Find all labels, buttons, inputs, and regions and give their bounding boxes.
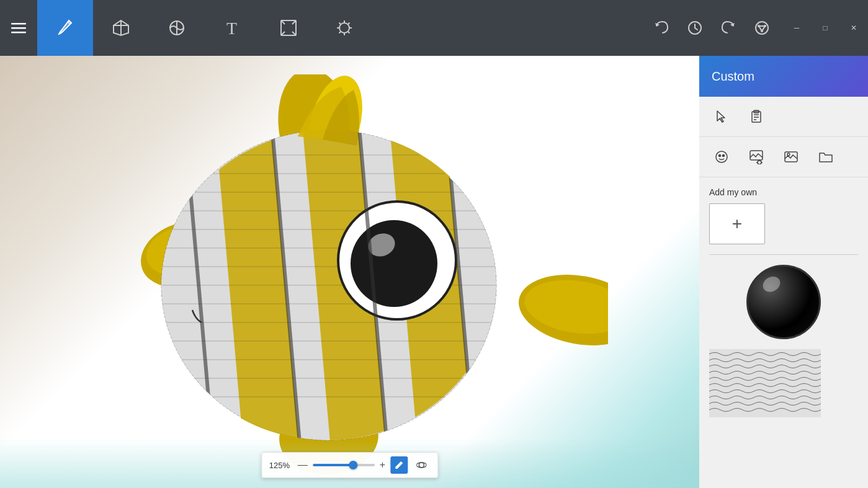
app-container: T <box>0 0 868 488</box>
svg-rect-1 <box>11 27 26 29</box>
remix-button[interactable] <box>746 12 777 43</box>
maximize-button[interactable]: □ <box>811 18 839 38</box>
add-my-own-label: Add my own <box>709 187 858 197</box>
paste-tool-button[interactable] <box>744 104 769 129</box>
svg-point-76 <box>716 151 727 162</box>
svg-point-15 <box>339 23 349 33</box>
svg-point-86 <box>787 153 790 156</box>
panel-header: Custom <box>699 56 868 97</box>
remix-icon <box>753 19 771 37</box>
panel-divider <box>709 254 858 255</box>
svg-line-20 <box>339 23 341 25</box>
svg-line-30 <box>759 26 762 31</box>
toolbar-right-actions <box>646 12 777 43</box>
brush-icon <box>55 18 75 38</box>
text-tool-button[interactable]: T <box>205 0 261 56</box>
scale-texture-preview[interactable] <box>709 349 821 417</box>
window-controls: ─ □ ✕ <box>782 18 868 38</box>
svg-rect-2 <box>11 32 26 33</box>
close-button[interactable]: ✕ <box>839 18 868 38</box>
3d-shapes-icon <box>111 18 131 38</box>
svg-point-63 <box>351 220 437 307</box>
add-texture-button[interactable]: + <box>709 203 765 244</box>
insert-image-icon <box>784 149 799 164</box>
undo-button[interactable] <box>646 12 677 43</box>
right-panel: Custom <box>699 56 868 488</box>
panel-title: Custom <box>712 69 754 84</box>
open-file-button[interactable] <box>813 144 838 169</box>
view-icon <box>416 460 426 470</box>
open-file-icon <box>818 149 833 164</box>
minimize-button[interactable]: ─ <box>782 18 811 38</box>
text-icon: T <box>223 18 243 38</box>
svg-text:T: T <box>226 19 237 38</box>
zoom-bar: 125% — + <box>261 452 438 478</box>
zoom-percent: 125% <box>269 461 293 470</box>
panel-tool-row-2 <box>699 137 868 177</box>
tool-buttons: T <box>37 0 646 56</box>
pen-icon <box>394 460 404 470</box>
sticker-icon <box>714 149 729 164</box>
paste-icon <box>749 109 764 124</box>
history-button[interactable] <box>679 12 710 43</box>
effects-icon <box>334 18 354 38</box>
zoom-pen-icon-button[interactable] <box>390 456 408 474</box>
remix-image-button[interactable] <box>744 144 769 169</box>
zoom-slider[interactable] <box>313 464 375 466</box>
zoom-minus-button[interactable]: — <box>298 459 308 471</box>
eye-texture-preview[interactable] <box>746 265 821 339</box>
zoom-plus-button[interactable]: + <box>380 459 385 471</box>
canvas-area[interactable]: 125% — + <box>0 56 699 488</box>
canvas-icon <box>279 18 298 38</box>
svg-point-70 <box>416 463 426 468</box>
svg-line-31 <box>762 26 765 31</box>
effects-tool-button[interactable] <box>316 0 372 56</box>
hamburger-icon <box>11 20 26 35</box>
scale-texture-preview-wrapper <box>709 349 858 420</box>
svg-line-22 <box>348 23 350 25</box>
menu-button[interactable] <box>0 0 37 56</box>
zoom-view-icon-button[interactable] <box>413 456 430 474</box>
svg-point-69 <box>419 463 424 468</box>
add-button-plus: + <box>732 214 742 234</box>
svg-line-23 <box>339 32 341 33</box>
panel-tool-row-1 <box>699 97 868 137</box>
undo-icon <box>653 19 670 37</box>
insert-image-button[interactable] <box>779 144 803 169</box>
svg-point-80 <box>758 161 761 164</box>
sticker-tool-button[interactable] <box>709 144 734 169</box>
redo-button[interactable] <box>713 12 744 43</box>
history-icon <box>686 19 704 37</box>
select-icon <box>714 109 729 124</box>
3d-shapes-tool-button[interactable] <box>93 0 149 56</box>
svg-rect-0 <box>11 23 26 25</box>
panel-body: Add my own + <box>699 177 868 488</box>
remix-image-icon <box>749 149 764 164</box>
svg-point-78 <box>723 155 725 157</box>
canvas-background <box>0 56 699 488</box>
svg-point-77 <box>719 155 721 157</box>
zoom-slider-fill <box>313 464 353 466</box>
redo-icon <box>720 19 737 37</box>
fish-illustration <box>50 74 608 477</box>
select-tool-button[interactable] <box>709 104 734 129</box>
svg-line-21 <box>348 32 350 33</box>
2d-shapes-icon <box>167 18 187 38</box>
2d-shapes-tool-button[interactable] <box>149 0 205 56</box>
toolbar: T <box>0 0 868 56</box>
canvas-tool-button[interactable] <box>261 0 316 56</box>
zoom-slider-thumb[interactable] <box>349 461 357 469</box>
brush-tool-button[interactable] <box>37 0 93 56</box>
